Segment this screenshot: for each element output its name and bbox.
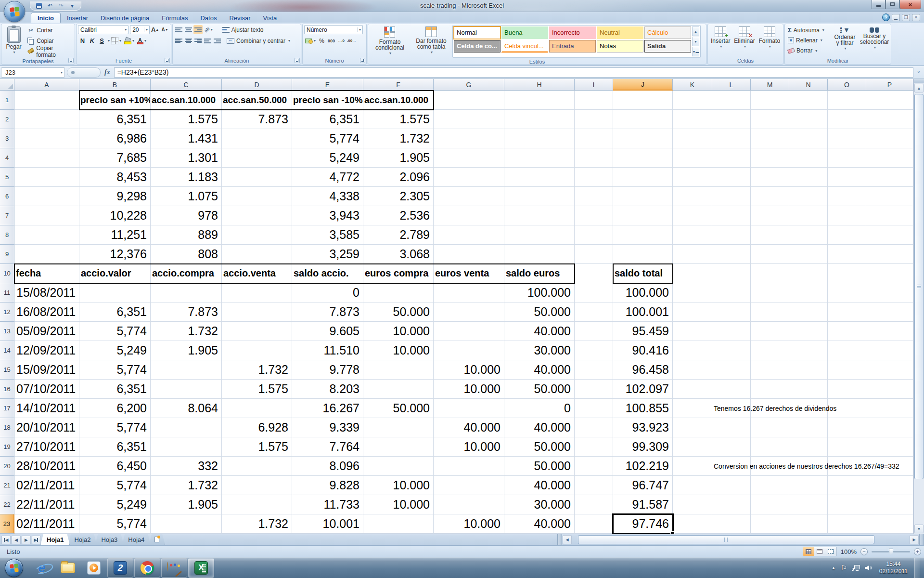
grid-cell-F21[interactable]: 10.000	[363, 476, 434, 495]
grid-cell-M9[interactable]	[751, 245, 789, 264]
grid-cell-N6[interactable]	[789, 187, 828, 206]
grid-cell-M2[interactable]	[751, 110, 789, 129]
zoom-level[interactable]: 100%	[841, 548, 857, 555]
grid-cell-C2[interactable]: 1.575	[151, 110, 222, 129]
grid-cell-F20[interactable]	[363, 457, 434, 476]
bold-button[interactable]: N	[78, 36, 87, 45]
gallery-scroll-up-button[interactable]: ▲	[692, 26, 699, 36]
page-break-view-button[interactable]	[825, 547, 836, 556]
grid-cell-F6[interactable]: 2.305	[363, 187, 434, 206]
grid-cell-M22[interactable]	[751, 495, 789, 514]
grid-cell-F19[interactable]	[363, 437, 434, 457]
grid-cell-E6[interactable]: 4,338	[292, 187, 363, 206]
grid-cell-I7[interactable]	[575, 206, 613, 225]
grid-cell-J23[interactable]: 97.746	[613, 514, 673, 534]
grid-cell-D19[interactable]: 1.575	[222, 437, 292, 457]
grid-cell-I17[interactable]	[575, 399, 613, 418]
grid-cell-N10[interactable]	[789, 264, 828, 283]
row-header-21[interactable]: 21	[0, 476, 14, 495]
grid-cell-N19[interactable]	[789, 437, 828, 457]
grid-cell-C3[interactable]: 1.431	[151, 129, 222, 148]
grid-cell-P7[interactable]	[866, 206, 913, 225]
grid-cell-F1[interactable]: acc.san.10.000	[363, 91, 434, 110]
grid-cell-B4[interactable]: 7,685	[79, 148, 151, 168]
decrease-indent-button[interactable]	[203, 36, 212, 45]
grid-cell-J2[interactable]	[613, 110, 673, 129]
grid-cell-M23[interactable]	[751, 514, 789, 534]
column-header-P[interactable]: P	[866, 79, 913, 91]
tab-split-handle[interactable]	[919, 534, 924, 545]
grid-cell-D20[interactable]	[222, 457, 292, 476]
row-header-3[interactable]: 3	[0, 129, 14, 148]
grid-cell-L13[interactable]	[712, 322, 751, 341]
grid-cell-N12[interactable]	[789, 302, 828, 322]
grid-cell-F23[interactable]	[363, 514, 434, 534]
grid-cell-A8[interactable]	[14, 225, 79, 245]
grid-cell-J13[interactable]: 95.459	[613, 322, 673, 341]
last-sheet-button[interactable]: ▶	[32, 536, 41, 544]
action-center-flag-icon[interactable]: ⚐	[840, 564, 847, 572]
grid-cell-N22[interactable]	[789, 495, 828, 514]
grid-cell-D1[interactable]: acc.san.50.000	[222, 91, 292, 110]
grid-cell-E9[interactable]: 3,259	[292, 245, 363, 264]
grid-cell-J4[interactable]	[613, 148, 673, 168]
grid-cell-N8[interactable]	[789, 225, 828, 245]
column-header-F[interactable]: F	[363, 79, 434, 91]
grid-cell-G10[interactable]: euros venta	[434, 264, 504, 283]
grid-cell-L2[interactable]	[712, 110, 751, 129]
format-cells-button[interactable]: Formato▾	[757, 25, 781, 56]
row-header-10[interactable]: 10	[0, 264, 14, 283]
grid-cell-P2[interactable]	[866, 110, 913, 129]
grid-cell-B14[interactable]: 5,249	[79, 341, 151, 360]
grid-cell-P19[interactable]	[866, 437, 913, 457]
tray-expand-icon[interactable]: ▲	[831, 565, 835, 570]
grid-cell-B20[interactable]: 6,450	[79, 457, 151, 476]
grid-cell-E1[interactable]: precio san -10%	[292, 91, 363, 110]
grid-cell-H8[interactable]	[504, 225, 575, 245]
grid-cell-A23[interactable]: 02/11/2011	[14, 514, 79, 534]
gallery-scroll-down-button[interactable]: ▼	[692, 37, 699, 46]
grid-cell-I14[interactable]	[575, 341, 613, 360]
grid-cell-F18[interactable]	[363, 418, 434, 437]
row-header-11[interactable]: 11	[0, 283, 14, 302]
grid-cell-H19[interactable]: 50.000	[504, 437, 575, 457]
fill-color-button[interactable]: ▾	[123, 36, 135, 45]
grid-cell-B13[interactable]: 5,774	[79, 322, 151, 341]
grid-cell-K17[interactable]	[673, 399, 712, 418]
grid-cell-P8[interactable]	[866, 225, 913, 245]
grid-cell-A9[interactable]	[14, 245, 79, 264]
grid-cell-A2[interactable]	[14, 110, 79, 129]
grid-cell-B7[interactable]: 10,228	[79, 206, 151, 225]
row-header-22[interactable]: 22	[0, 495, 14, 514]
align-center-button[interactable]	[184, 36, 193, 45]
grid-cell-C22[interactable]: 1.905	[151, 495, 222, 514]
grid-cell-C20[interactable]: 332	[151, 457, 222, 476]
grid-cell-L16[interactable]	[712, 380, 751, 399]
grid-cell-E18[interactable]: 9.339	[292, 418, 363, 437]
workbook-minimize-button[interactable]: ▁	[892, 14, 900, 21]
column-header-D[interactable]: D	[222, 79, 292, 91]
grid-cell-D18[interactable]: 6.928	[222, 418, 292, 437]
grid-cell-A10[interactable]: fecha	[14, 264, 79, 283]
grid-cell-P13[interactable]	[866, 322, 913, 341]
grid-cell-E7[interactable]: 3,943	[292, 206, 363, 225]
file-explorer-icon[interactable]	[58, 558, 77, 578]
start-button[interactable]	[5, 559, 23, 577]
scroll-down-button[interactable]: ▼	[914, 525, 924, 533]
tab-inicio[interactable]: Inicio	[31, 13, 61, 23]
cell-style-notas[interactable]: Notas	[597, 40, 643, 53]
formula-input[interactable]: =H23+(E23*B23)	[114, 67, 913, 78]
internet-explorer-icon[interactable]: e	[32, 558, 51, 578]
grid-cell-E16[interactable]: 8.203	[292, 380, 363, 399]
zoom-slider[interactable]	[872, 551, 910, 552]
grid-cell-C9[interactable]: 808	[151, 245, 222, 264]
grid-cell-C14[interactable]: 1.905	[151, 341, 222, 360]
grid-cell-J21[interactable]: 96.747	[613, 476, 673, 495]
grid-cell-P12[interactable]	[866, 302, 913, 322]
grid-cell-B16[interactable]: 6,351	[79, 380, 151, 399]
grid-cell-D5[interactable]	[222, 168, 292, 187]
row-header-6[interactable]: 6	[0, 187, 14, 206]
grid-cell-B6[interactable]: 9,298	[79, 187, 151, 206]
format-as-table-button[interactable]: Dar formato como tabla▾	[411, 25, 451, 58]
grid-cell-L5[interactable]	[712, 168, 751, 187]
